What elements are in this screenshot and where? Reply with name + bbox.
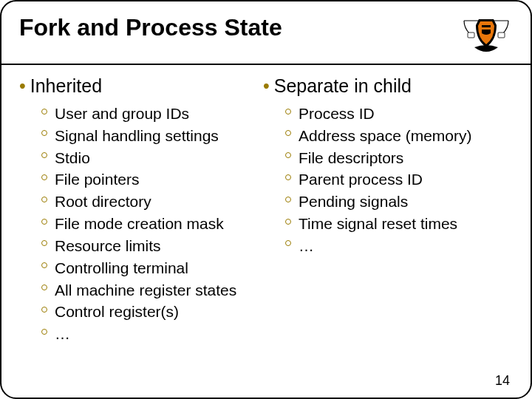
list-item-text: All machine register states xyxy=(55,282,236,299)
list-item-text: Stdio xyxy=(55,149,90,166)
list-item: Pending signals xyxy=(285,191,513,213)
list-item: Parent process ID xyxy=(285,168,513,191)
separate-list: Process ID Address space (memory) File d… xyxy=(263,103,513,257)
list-item: Controlling terminal xyxy=(41,257,257,279)
list-item-text: … xyxy=(299,237,314,254)
heading-inherited: •Inherited xyxy=(19,75,257,97)
list-item-text: Resource limits xyxy=(55,237,161,254)
list-item-text: File mode creation mask xyxy=(55,215,224,232)
open-bullet-icon xyxy=(285,197,291,202)
heading-separate: •Separate in child xyxy=(263,75,513,97)
list-item-text: … xyxy=(55,325,70,342)
list-item-text: File descriptors xyxy=(299,149,403,166)
open-bullet-icon xyxy=(41,329,47,335)
column-inherited: •Inherited User and group IDs Signal han… xyxy=(19,75,257,345)
list-item: Root directory xyxy=(41,191,257,213)
list-item-text: Control register(s) xyxy=(55,303,179,320)
inherited-list: User and group IDs Signal handling setti… xyxy=(19,103,257,345)
svg-rect-2 xyxy=(498,33,505,38)
slide: Fork and Process State •Inherited xyxy=(0,0,532,399)
page-number: 14 xyxy=(495,373,510,389)
column-separate: •Separate in child Process ID Address sp… xyxy=(263,75,513,345)
list-item: Address space (memory) xyxy=(285,125,513,147)
list-item-text: Process ID xyxy=(299,105,375,122)
list-item-text: User and group IDs xyxy=(55,105,189,122)
open-bullet-icon xyxy=(41,109,47,115)
open-bullet-icon xyxy=(285,240,291,246)
open-bullet-icon xyxy=(285,152,291,158)
list-item-text: Controlling terminal xyxy=(55,259,188,276)
divider xyxy=(1,64,531,65)
list-item: File mode creation mask xyxy=(41,213,257,235)
bullet-icon: • xyxy=(19,75,26,96)
list-item: Signal handling settings xyxy=(41,125,257,147)
list-item: File pointers xyxy=(41,168,257,191)
open-bullet-icon xyxy=(41,130,47,136)
content-columns: •Inherited User and group IDs Signal han… xyxy=(19,75,513,345)
svg-rect-1 xyxy=(468,33,474,38)
university-shield-icon xyxy=(460,15,513,56)
list-item: … xyxy=(285,235,513,257)
title-row: Fork and Process State xyxy=(19,15,513,61)
list-item-text: Parent process ID xyxy=(299,171,423,188)
open-bullet-icon xyxy=(41,197,47,202)
open-bullet-icon xyxy=(285,219,291,225)
open-bullet-icon xyxy=(41,240,47,246)
list-item: Stdio xyxy=(41,147,257,169)
heading-separate-text: Separate in child xyxy=(274,75,412,96)
open-bullet-icon xyxy=(41,174,47,180)
open-bullet-icon xyxy=(285,109,291,115)
svg-rect-0 xyxy=(482,25,491,27)
open-bullet-icon xyxy=(41,152,47,158)
list-item-text: File pointers xyxy=(55,171,139,188)
list-item-text: Pending signals xyxy=(299,193,408,210)
open-bullet-icon xyxy=(41,219,47,225)
bullet-icon: • xyxy=(263,75,270,96)
open-bullet-icon xyxy=(41,307,47,313)
list-item: … xyxy=(41,323,257,345)
open-bullet-icon xyxy=(41,284,47,290)
open-bullet-icon xyxy=(41,262,47,268)
list-item-text: Address space (memory) xyxy=(299,127,472,144)
list-item: User and group IDs xyxy=(41,103,257,125)
list-item-text: Time signal reset times xyxy=(299,215,457,232)
list-item: All machine register states xyxy=(41,279,257,301)
list-item: Process ID xyxy=(285,103,513,125)
list-item-text: Root directory xyxy=(55,193,151,210)
list-item: Control register(s) xyxy=(41,301,257,323)
open-bullet-icon xyxy=(285,174,291,180)
open-bullet-icon xyxy=(285,130,291,136)
list-item: Resource limits xyxy=(41,235,257,257)
list-item: Time signal reset times xyxy=(285,213,513,235)
list-item: File descriptors xyxy=(285,147,513,169)
slide-title: Fork and Process State xyxy=(19,15,282,41)
heading-inherited-text: Inherited xyxy=(30,75,102,96)
list-item-text: Signal handling settings xyxy=(55,127,219,144)
